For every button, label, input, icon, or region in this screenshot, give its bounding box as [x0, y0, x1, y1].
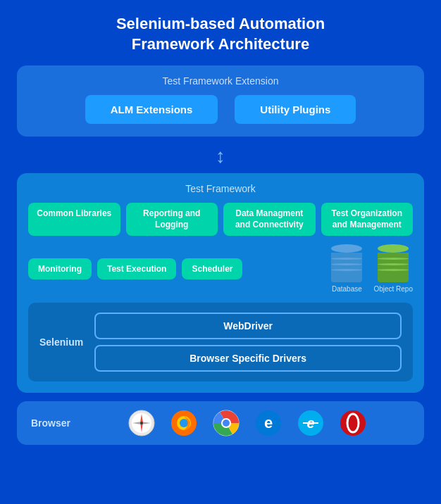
browser-label: Browser [31, 417, 70, 429]
safari-icon [128, 410, 155, 436]
chip-common-libraries: Common Libraries [28, 203, 120, 236]
utility-plugins-button[interactable]: Utility Plugins [235, 95, 356, 124]
tfe-label: Test Framework Extension [31, 75, 410, 87]
selenium-buttons: WebDriver Browser Specific Drivers [94, 313, 402, 372]
database-icon [331, 244, 362, 282]
svg-text:e: e [264, 414, 273, 431]
chrome-icon [213, 410, 240, 436]
database-icon-wrap: Database [331, 244, 362, 293]
opera-icon [340, 410, 366, 436]
tf-label: Test Framework [28, 183, 413, 194]
selenium-label: Selenium [39, 336, 83, 348]
chip-reporting-logging: Reporting and Logging [126, 203, 218, 236]
tf-box: Test Framework Common Libraries Reportin… [17, 173, 424, 393]
chip-monitoring: Monitoring [28, 258, 92, 279]
arrow-connector: ↕ [216, 146, 225, 166]
tf-icons-group: Database Object Repo [331, 244, 413, 293]
svg-point-4 [140, 422, 143, 424]
up-down-arrow-icon: ↕ [216, 146, 225, 166]
browser-icons: e e [85, 410, 410, 436]
chip-test-organization: Test Organization and Management [321, 203, 414, 236]
chip-test-execution: Test Execution [97, 258, 176, 279]
chip-data-managment: Data Managment and Connectivity [223, 203, 316, 236]
edge-icon: e [255, 410, 282, 436]
tf-chips-row1: Common Libraries Reporting and Logging D… [28, 203, 413, 236]
browser-box: Browser e [17, 401, 424, 445]
ie-icon: e [297, 410, 324, 436]
object-repo-icon [378, 244, 409, 282]
database-label: Database [332, 285, 362, 293]
page-title: Selenium-based Automation Framework Arch… [116, 14, 325, 54]
tfe-box: Test Framework Extension ALM Extensions … [17, 65, 424, 137]
webdriver-button[interactable]: WebDriver [94, 313, 402, 339]
chip-scheduler: Scheduler [182, 258, 242, 279]
selenium-box: Selenium WebDriver Browser Specific Driv… [28, 303, 413, 382]
object-repo-icon-wrap: Object Repo [373, 244, 413, 293]
browser-specific-drivers-button[interactable]: Browser Specific Drivers [94, 345, 402, 372]
object-repo-label: Object Repo [373, 285, 413, 293]
svg-point-10 [223, 420, 230, 427]
tf-chips-row2: Monitoring Test Execution Scheduler Data… [28, 244, 413, 293]
alm-extensions-button[interactable]: ALM Extensions [85, 95, 218, 124]
firefox-icon [170, 410, 197, 436]
